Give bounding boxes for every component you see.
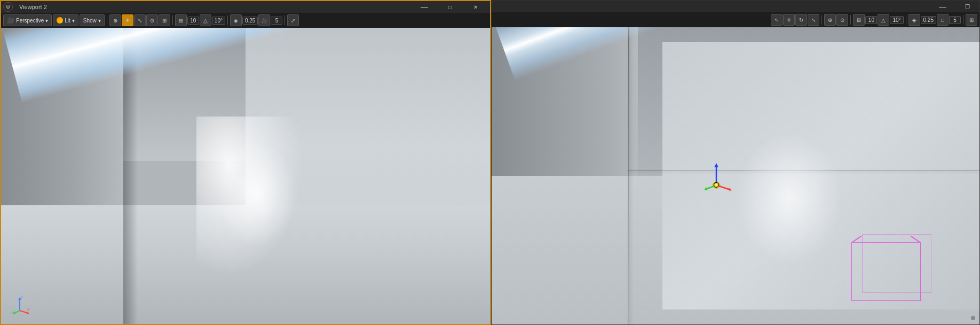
camera-speed-icon[interactable]: 🎥 <box>258 14 270 26</box>
layout-icon-right[interactable]: ⊞ <box>966 14 977 26</box>
transform-group-right: ↖ ✛ ↻ ⤡ <box>771 14 819 26</box>
surface-icon-right[interactable]: ⊙ <box>836 14 848 26</box>
camera-view-icon-right[interactable]: □ <box>937 14 949 26</box>
sep3 <box>227 16 228 25</box>
lit-chevron: ▾ <box>72 18 75 24</box>
viewport-left: U Viewport 2 — □ ✕ 🎥 Perspective ▾ Lit ▾ <box>0 0 491 325</box>
show-dropdown[interactable]: Show ▾ <box>80 14 105 26</box>
camera-value[interactable]: 5 <box>271 17 282 25</box>
light-glow-corner <box>216 141 296 247</box>
grid-snap-icon[interactable]: ⊞ <box>175 14 187 26</box>
sep-r2 <box>850 15 851 25</box>
gizmo-svg <box>701 161 733 198</box>
maximize-viewport-icon[interactable]: ⤢ <box>287 14 299 26</box>
svg-marker-18 <box>714 163 718 167</box>
lit-dropdown[interactable]: Lit ▾ <box>53 14 78 26</box>
right-topbar: — ❐ <box>492 1 979 12</box>
grid-group: ⊞ 10 △ 10° <box>175 14 225 26</box>
viewport-title-left: Viewport 2 <box>16 4 50 10</box>
main-container: U Viewport 2 — □ ✕ 🎥 Perspective ▾ Lit ▾ <box>0 0 980 325</box>
angle-value[interactable]: 10° <box>212 17 225 25</box>
close-button-left[interactable]: ✕ <box>463 1 488 13</box>
selection-box <box>851 242 921 301</box>
move-icon-btn[interactable]: ⊕ <box>109 14 121 26</box>
transform-group: ⊕ ☀ ⤡ ⊙ ⊞ <box>109 14 170 26</box>
minimize-button-right[interactable]: — <box>930 1 955 12</box>
svg-text:Z: Z <box>21 295 23 298</box>
move-icon-right[interactable]: ✛ <box>783 14 795 26</box>
sep-r4 <box>963 15 963 25</box>
globe-icon-right[interactable]: ⊕ <box>824 14 836 26</box>
grid-value-right[interactable]: 10 <box>865 16 877 24</box>
scale-snap-group-right: ◈ 0.25 □ 5 <box>908 14 961 26</box>
world-group-right: ⊕ ⊙ <box>824 14 848 26</box>
grid-snap-icon-right[interactable]: ⊞ <box>853 14 865 26</box>
svg-point-12 <box>715 184 718 187</box>
perspective-dropdown[interactable]: 🎥 Perspective ▾ <box>3 14 52 26</box>
viewport-right: — ❐ ↖ ✛ ↻ ⤡ ⊕ ⊙ ⊞ 10 △ <box>491 0 980 325</box>
sep-r1 <box>821 15 822 25</box>
perspective-icon: 🎥 <box>7 17 14 24</box>
sep2 <box>172 16 173 25</box>
axes-indicator-left: Z X Y <box>9 295 30 316</box>
maximize-button-left[interactable]: □ <box>438 1 462 13</box>
viewport-titlebar-left: U Viewport 2 — □ ✕ <box>1 1 490 13</box>
show-label: Show <box>83 18 97 24</box>
viewport-toolbar-right: ↖ ✛ ↻ ⤡ ⊕ ⊙ ⊞ 10 △ 10° ◈ <box>492 12 979 27</box>
perspective-label: Perspective <box>16 18 44 24</box>
sep4 <box>284 16 285 25</box>
perspective-chevron: ▾ <box>45 18 48 24</box>
svg-text:Y: Y <box>11 311 13 314</box>
scale-icon-right[interactable]: ⤡ <box>808 14 819 26</box>
restore-button-right[interactable]: ❐ <box>955 1 979 12</box>
lit-label: Lit <box>65 18 70 24</box>
snap-value-right[interactable]: 0.25 <box>921 16 936 24</box>
viewport-scene-right <box>492 27 979 324</box>
viewport-toolbar-left: 🎥 Perspective ▾ Lit ▾ Show ▾ ⊕ ☀ ⤡ ⊙ <box>1 13 490 28</box>
show-chevron: ▾ <box>98 18 101 24</box>
angle-value-right[interactable]: 10° <box>890 16 903 24</box>
rotate-icon-btn[interactable]: ☀ <box>122 14 133 26</box>
select-icon-right[interactable]: ↖ <box>771 14 783 26</box>
world-icon-btn[interactable]: ⊙ <box>146 14 158 26</box>
status-dot-right <box>971 316 975 320</box>
axes-svg-left: Z X Y <box>9 295 30 316</box>
scale-snap-icon-right[interactable]: ◈ <box>908 14 920 26</box>
scale-snap-group: ◈ 0.25 🎥 5 <box>230 14 282 26</box>
svg-marker-3 <box>27 311 29 314</box>
camera-value-right[interactable]: 5 <box>949 16 961 24</box>
light-glow-right <box>736 131 842 265</box>
svg-line-19 <box>719 186 730 190</box>
grid-value[interactable]: 10 <box>187 17 199 25</box>
ue-logo-left: U <box>3 2 13 12</box>
grid-group-right: ⊞ 10 △ 10° <box>853 14 903 26</box>
corner-line-right <box>628 27 629 324</box>
sep-r3 <box>906 15 906 25</box>
sep1 <box>107 16 107 25</box>
transform-gizmo <box>701 161 733 204</box>
surface-icon-btn[interactable]: ⊞ <box>159 14 170 26</box>
angle-snap-icon-right[interactable]: △ <box>878 14 889 26</box>
minimize-button-left[interactable]: — <box>412 1 437 13</box>
snap-value[interactable]: 0.25 <box>242 17 258 25</box>
svg-text:X: X <box>27 308 29 311</box>
angle-snap-icon[interactable]: △ <box>200 14 211 26</box>
scale-icon-btn[interactable]: ⤡ <box>134 14 146 26</box>
rotate-icon-right[interactable]: ↻ <box>795 14 807 26</box>
scale-snap-icon[interactable]: ◈ <box>230 14 242 26</box>
viewport-scene-left: Z X Y <box>1 28 490 324</box>
lit-icon <box>57 17 63 24</box>
